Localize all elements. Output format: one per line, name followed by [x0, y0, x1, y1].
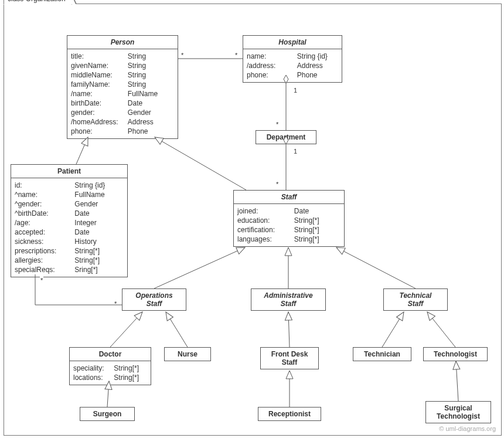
class-surgeon: Surgeon: [80, 407, 135, 421]
class-title: Operations Staff: [122, 289, 186, 310]
class-attrs: id:String {id} ^name:FullName ^gender:Ge…: [11, 178, 127, 277]
class-doctor: Doctor speciality:String[*] locations:St…: [69, 347, 151, 385]
class-attrs: joined:Date education:String[*] certific…: [234, 204, 344, 246]
class-attrs: title:String givenName:String middleName…: [67, 49, 178, 138]
class-patient: Patient id:String {id} ^name:FullName ^g…: [11, 164, 128, 277]
mult-label: *: [275, 181, 279, 188]
class-title: Department: [256, 131, 316, 144]
class-title: Surgical Technologist: [426, 402, 491, 423]
mult-label: *: [234, 52, 238, 59]
class-title: Technical Staff: [384, 289, 447, 310]
watermark: © uml-diagrams.org: [439, 425, 496, 432]
package-name: class Organization: [4, 0, 72, 5]
class-title: Technologist: [424, 348, 487, 361]
class-administrative-staff: Administrative Staff: [251, 288, 326, 311]
mult-label: *: [114, 300, 117, 307]
class-technologist: Technologist: [423, 347, 488, 361]
class-attrs: speciality:String[*] locations:String[*]: [70, 361, 151, 385]
class-nurse: Nurse: [164, 347, 211, 361]
mult-label: 1: [293, 87, 298, 94]
class-title: Technician: [353, 348, 411, 361]
class-technician: Technician: [353, 347, 411, 361]
class-title: Surgeon: [80, 408, 134, 420]
class-person: Person title:String givenName:String mid…: [67, 35, 178, 139]
class-title: Person: [67, 36, 178, 49]
mult-label: *: [181, 52, 184, 59]
class-title: Doctor: [70, 348, 151, 361]
class-title: Administrative Staff: [251, 289, 325, 310]
class-title: Staff: [234, 191, 344, 204]
mult-label: *: [275, 121, 279, 128]
class-staff: Staff joined:Date education:String[*] ce…: [233, 190, 345, 247]
class-title: Front Desk Staff: [261, 348, 318, 369]
class-surgical-technologist: Surgical Technologist: [425, 401, 491, 423]
class-title: Receptionist: [258, 408, 321, 420]
class-technical-staff: Technical Staff: [383, 288, 448, 311]
class-title: Hospital: [243, 36, 342, 49]
mult-label: 1: [293, 148, 298, 155]
class-title: Patient: [11, 165, 127, 178]
class-title: Nurse: [165, 348, 210, 361]
class-hospital: Hospital name:String {id} /address:Addre…: [243, 35, 342, 83]
class-front-desk-staff: Front Desk Staff: [260, 347, 319, 369]
class-receptionist: Receptionist: [258, 407, 321, 421]
class-department: Department: [256, 130, 316, 144]
class-operations-staff: Operations Staff: [122, 288, 186, 311]
mult-label: *: [40, 277, 43, 284]
class-attrs: name:String {id} /address:Address phone:…: [243, 49, 342, 82]
